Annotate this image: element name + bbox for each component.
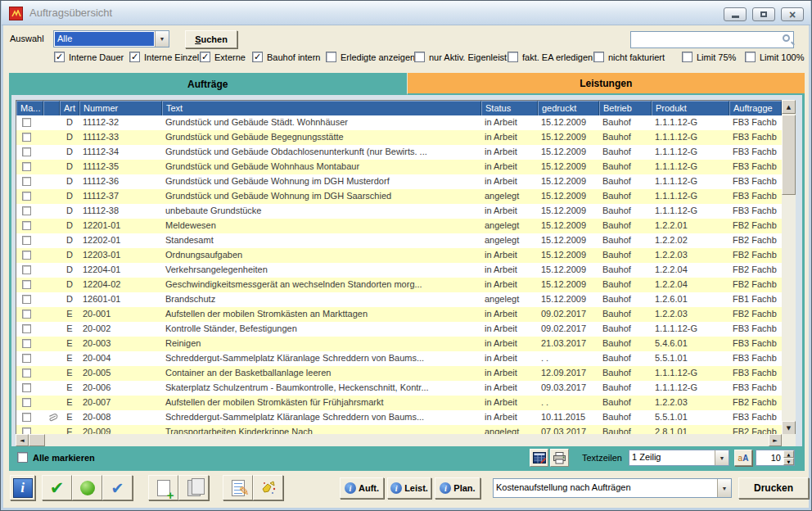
new-document-button[interactable]: +: [148, 475, 178, 500]
row-checkbox[interactable]: [22, 398, 31, 407]
horizontal-scrollbar[interactable]: ◄ ►: [16, 434, 796, 446]
textzeilen-dropdown[interactable]: 1 Zeilig ▼: [629, 450, 729, 466]
order-row[interactable]: E20-007Aufstellen der mobilen Stromkäste…: [16, 396, 795, 410]
chevron-down-icon[interactable]: ▼: [715, 450, 729, 465]
order-row[interactable]: D12202-01Standesamtangelegt15.12.2009Bau…: [16, 233, 795, 248]
vertical-scrollbar[interactable]: ▲ ▼: [782, 100, 796, 435]
row-checkbox[interactable]: [22, 369, 31, 378]
font-size-spinner[interactable]: 10 ▲ ▼: [756, 450, 795, 466]
row-checkbox[interactable]: [22, 147, 31, 156]
confirm-button[interactable]: ✔: [42, 475, 72, 500]
column-header-nummer[interactable]: Nummer: [79, 101, 162, 115]
font-size-button[interactable]: aA: [734, 450, 752, 466]
order-row[interactable]: D11112-38unbebaute Grundstückein Arbeit1…: [16, 204, 795, 219]
minimize-button[interactable]: [724, 7, 747, 21]
info-button[interactable]: i: [10, 475, 35, 500]
order-row[interactable]: E20-004Schreddergut-Sammelplatz Kläranla…: [16, 351, 795, 366]
filter-checkbox[interactable]: ✓: [129, 52, 140, 62]
order-row[interactable]: E20-002Kontrolle Ständer, Befestigungeni…: [16, 322, 795, 337]
vertical-scroll-thumb[interactable]: [782, 115, 796, 195]
column-header-auftraggeber[interactable]: Auftragge: [729, 101, 782, 115]
edit-list-button[interactable]: ✎: [223, 475, 253, 500]
order-row[interactable]: D11112-36Grundstück und Gebäude Wohnung …: [16, 174, 795, 189]
row-checkbox[interactable]: [22, 251, 31, 260]
column-header-clip[interactable]: [43, 101, 60, 115]
horizontal-scroll-thumb[interactable]: [29, 434, 45, 446]
filter-checkbox[interactable]: [682, 52, 692, 62]
title-bar[interactable]: Auftragsübersicht ×: [2, 1, 810, 25]
filter-checkbox[interactable]: [745, 52, 756, 62]
order-row[interactable]: D12204-02Geschwindigkeitsmessgerät an we…: [16, 278, 795, 292]
leist-button[interactable]: i Leist.: [387, 477, 431, 499]
row-checkbox[interactable]: [22, 295, 31, 304]
drucken-button[interactable]: Drucken: [738, 477, 809, 499]
row-checkbox[interactable]: [22, 236, 31, 245]
close-button[interactable]: ×: [781, 7, 804, 21]
filter-checkbox[interactable]: [326, 52, 336, 62]
search-icon[interactable]: [783, 34, 790, 42]
scroll-down-button[interactable]: ▼: [782, 421, 796, 435]
copy-button[interactable]: [178, 475, 209, 500]
row-checkbox[interactable]: [22, 339, 31, 348]
order-row[interactable]: D11112-32Grundstück und Gebäude Städt. W…: [16, 115, 795, 130]
print-list-button[interactable]: [550, 449, 569, 467]
tab-leistungen[interactable]: Leistungen: [407, 73, 805, 95]
tools-button[interactable]: [253, 475, 283, 500]
order-row[interactable]: D12203-01Ordnungsaufgabenin Arbeit15.12.…: [16, 248, 795, 263]
filter-checkbox[interactable]: [508, 52, 518, 62]
chevron-down-icon[interactable]: ▼: [155, 31, 169, 47]
plan-button[interactable]: i Plan.: [435, 477, 480, 499]
row-checkbox[interactable]: [22, 265, 31, 274]
row-checkbox[interactable]: [22, 162, 31, 171]
row-checkbox[interactable]: [22, 310, 31, 319]
order-row[interactable]: D12204-01Verkehrsangelegenheitenin Arbei…: [16, 263, 795, 278]
select-button[interactable]: ✔: [102, 475, 133, 500]
column-header-text[interactable]: Text: [162, 101, 481, 115]
column-header-art[interactable]: Art: [60, 101, 79, 115]
auft-button[interactable]: i Auft.: [340, 477, 384, 499]
column-header-ma[interactable]: Ma...: [16, 101, 43, 115]
column-header-gedruckt[interactable]: gedruckt: [538, 101, 599, 115]
order-row[interactable]: E20-005Container an der Basketballanlage…: [16, 366, 795, 381]
order-row[interactable]: E20-001Aufstellen der mobilen Stromkäste…: [16, 307, 795, 322]
chevron-down-icon[interactable]: ▼: [717, 479, 731, 497]
alle-markieren-checkbox[interactable]: [17, 452, 28, 463]
filter-checkbox[interactable]: ✓: [252, 52, 263, 62]
filter-checkbox[interactable]: [593, 52, 604, 62]
row-checkbox[interactable]: [22, 118, 31, 127]
order-row[interactable]: D11112-34Grundstück und Gebäude Obdachlo…: [16, 145, 795, 160]
auswahl-dropdown[interactable]: Alle ▼: [53, 30, 169, 47]
search-input[interactable]: [633, 33, 776, 46]
column-header-status[interactable]: Status: [481, 101, 538, 115]
row-checkbox[interactable]: [22, 324, 31, 333]
scroll-right-button[interactable]: ►: [769, 434, 782, 446]
order-row[interactable]: D11112-37Grundstück und Gebäude Wohnung …: [16, 189, 795, 204]
report-dropdown[interactable]: Kostenaufstellung nach Aufträgen ▼: [493, 478, 732, 498]
spinner-down-icon[interactable]: ▼: [783, 458, 794, 465]
order-row[interactable]: D11112-33Grundstück und Gebäude Begegnun…: [16, 130, 795, 145]
row-checkbox[interactable]: [22, 413, 31, 422]
column-header-produkt[interactable]: Produkt: [652, 101, 729, 115]
row-checkbox[interactable]: [22, 280, 31, 289]
tab-auftraege[interactable]: Aufträge: [9, 73, 407, 95]
spinner-up-icon[interactable]: ▲: [783, 450, 794, 458]
row-checkbox[interactable]: [22, 354, 31, 363]
status-button[interactable]: [72, 475, 102, 500]
maximize-button[interactable]: [752, 7, 775, 21]
scroll-left-button[interactable]: ◄: [16, 434, 29, 446]
row-checkbox[interactable]: [22, 383, 31, 392]
order-row[interactable]: E20-008Schreddergut-Sammelplatz Kläranla…: [16, 410, 795, 425]
filter-checkbox[interactable]: [414, 52, 425, 62]
table-layout-button[interactable]: [530, 449, 548, 467]
suchen-button[interactable]: Suchen: [185, 30, 237, 48]
row-checkbox[interactable]: [22, 192, 31, 201]
column-header-betrieb[interactable]: Betrieb: [599, 101, 652, 115]
order-row[interactable]: E20-006Skaterplatz Schulzentrum - Baumko…: [16, 381, 795, 396]
filter-checkbox[interactable]: ✓: [54, 52, 65, 62]
order-row[interactable]: E20-003Reinigenin Arbeit21.03.2017Bauhof…: [16, 337, 795, 351]
scroll-up-button[interactable]: ▲: [782, 100, 796, 114]
order-row[interactable]: D12601-01Brandschutzangelegt15.12.2009Ba…: [16, 292, 795, 307]
row-checkbox[interactable]: [22, 221, 31, 230]
row-checkbox[interactable]: [22, 206, 31, 215]
row-checkbox[interactable]: [22, 133, 31, 142]
